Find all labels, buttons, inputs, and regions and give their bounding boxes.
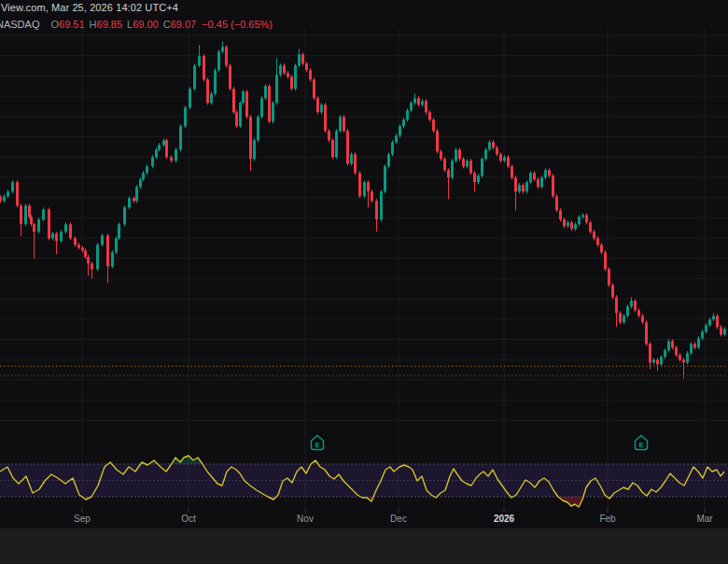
candle [346, 129, 349, 165]
candle [33, 222, 35, 259]
axis-label-dec: Dec [378, 514, 419, 524]
open-label: O [50, 19, 59, 30]
candle [335, 129, 338, 159]
candle [701, 330, 704, 340]
candle [432, 118, 435, 133]
candle [391, 140, 394, 156]
candle [421, 99, 424, 106]
candle [626, 304, 629, 317]
candle [600, 243, 603, 254]
candle [384, 164, 386, 193]
candle [16, 180, 19, 207]
candle [447, 168, 450, 199]
earnings-badge-letter: E [315, 441, 319, 449]
candle [232, 87, 235, 114]
candle [245, 90, 248, 119]
candle [87, 255, 90, 275]
time-axis[interactable]: SepOctNovDec2026FebMar [0, 512, 728, 529]
candle [428, 110, 431, 121]
earnings-badge[interactable]: E [636, 436, 648, 450]
candle [570, 220, 573, 231]
candle [264, 84, 267, 100]
candle [206, 78, 209, 105]
candle [555, 194, 558, 212]
candle [656, 358, 659, 371]
candle [716, 314, 719, 329]
axis-label-mar: Mar [684, 514, 725, 524]
candle [511, 164, 513, 179]
candle [552, 174, 554, 198]
close-label: C [163, 19, 171, 30]
candle [316, 96, 319, 114]
candle [189, 87, 191, 109]
candle [162, 138, 165, 147]
candle [458, 148, 461, 161]
candle [525, 180, 528, 193]
candle [462, 157, 465, 168]
earnings-badge[interactable]: E [312, 436, 324, 450]
candle [48, 207, 50, 240]
candle [203, 54, 205, 81]
candle [184, 106, 187, 128]
candle [198, 45, 201, 67]
candle [615, 295, 618, 327]
candle [387, 152, 390, 168]
candle [406, 108, 409, 121]
candle [488, 140, 491, 151]
candle [455, 148, 457, 162]
candle [496, 146, 498, 156]
candle [540, 176, 543, 189]
candle [69, 222, 72, 240]
candle [229, 63, 231, 91]
candle [712, 313, 715, 321]
candle [477, 174, 480, 184]
candle [533, 171, 536, 181]
candle [55, 232, 58, 254]
candles-layer [0, 41, 726, 378]
symbol-label[interactable]: NASDAQ [0, 19, 39, 30]
axis-label-nov: Nov [285, 514, 326, 524]
candle [146, 164, 148, 175]
candle [585, 213, 588, 224]
bottom-panel-strip [0, 529, 728, 564]
candle [466, 159, 469, 168]
candle [0, 195, 2, 203]
candle [290, 75, 293, 91]
candle [221, 41, 224, 53]
candle [443, 157, 446, 172]
candle [123, 205, 126, 226]
candle [690, 342, 693, 355]
candle [436, 129, 439, 153]
candle [693, 342, 696, 349]
candle [253, 138, 256, 161]
rsi-pane [0, 456, 728, 507]
candle [608, 267, 610, 287]
candle [111, 250, 114, 268]
candle [193, 63, 196, 91]
candle [589, 220, 592, 233]
candle [440, 149, 442, 161]
candle [139, 177, 142, 189]
candle [37, 218, 40, 233]
candle [567, 220, 569, 228]
candle [170, 155, 173, 162]
candle [380, 190, 383, 221]
candle [679, 353, 681, 361]
candle [77, 243, 80, 249]
candle [537, 177, 539, 189]
candle [697, 336, 700, 349]
axis-label-2026: 2026 [483, 514, 525, 524]
price-chart[interactable]: EE [0, 0, 728, 564]
candle [225, 45, 228, 67]
candle [507, 155, 510, 168]
candle [559, 208, 562, 221]
candle [272, 101, 274, 123]
candle [623, 314, 625, 324]
axis-label-feb: Feb [587, 514, 628, 524]
candle [158, 143, 161, 151]
candle [375, 199, 378, 232]
candle [410, 101, 413, 112]
candle [309, 68, 312, 81]
candle [294, 63, 297, 91]
candle [260, 96, 263, 119]
